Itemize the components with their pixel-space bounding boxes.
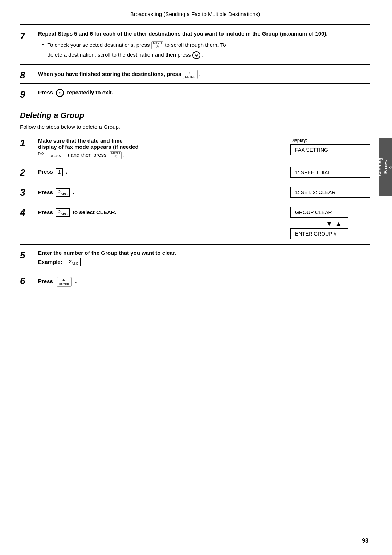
del-step4-display-box2: ENTER GROUP # <box>290 228 348 239</box>
del-step4-arrows: ▼ ▲ <box>290 220 370 228</box>
del-step2-text2: . <box>66 168 67 175</box>
step7-text2: delete a destination, scroll to the dest… <box>48 51 226 59</box>
step8-bold: When you have finished storing the desti… <box>38 71 181 77</box>
del-step2-left: 2 Press 1 . <box>20 167 290 177</box>
fax-label: FAX <box>38 152 44 155</box>
side-tab: SendingFaxes3. <box>379 138 392 196</box>
del-step1-display-label: Display: <box>290 138 370 143</box>
del-step6-number: 6 <box>20 276 34 286</box>
step8-number: 8 <box>20 70 34 80</box>
del-step5-bold: Enter the number of the Group that you w… <box>38 250 370 256</box>
step8-bold2: . <box>199 71 201 77</box>
del-step5-example-label: Example: <box>38 259 62 265</box>
side-tab-text: SendingFaxes3. <box>377 158 392 176</box>
menu-key-icon: MENU ⊙ <box>151 41 164 49</box>
menu-icon-2: MENU ⊙ <box>110 151 122 159</box>
step7-bullet-text: To check your selected destinations, pre… <box>48 41 226 59</box>
del-step4-text1: Press <box>38 209 53 215</box>
section-intro: Follow the steps below to delete a Group… <box>20 124 370 130</box>
del-step4-text2: to select CLEAR. <box>73 209 117 215</box>
bullet-dot: • <box>42 41 44 48</box>
del-step5-example: Example: 2ABC <box>38 258 370 266</box>
up-arrow: ▲ <box>335 220 342 228</box>
del-step2-section: 2 Press 1 . 1: SPEED DIAL <box>20 163 370 183</box>
del-step3-right: 1: SET, 2: CLEAR <box>290 187 370 199</box>
step9-bold2: repeatedly to exit. <box>67 89 113 95</box>
del-step1-text3: FAX press ) and then press MENU ⊙ . <box>38 151 139 159</box>
step7-content: Repeat Steps 5 and 6 for each of the oth… <box>38 30 370 59</box>
step7-bullet: • To check your selected destinations, p… <box>42 41 370 59</box>
step9-bold1: Press <box>38 89 53 95</box>
del-step1-content: Make sure that the date and time display… <box>38 138 139 159</box>
del-step3-section: 3 Press 2ABC . 1: SET, 2: CLEAR <box>20 183 370 203</box>
step7-bold: Repeat Steps 5 and 6 for each of the oth… <box>38 30 370 37</box>
del-step2-text1: Press <box>38 168 53 175</box>
del-step1-left: 1 Make sure that the date and time displ… <box>20 138 290 159</box>
del-step2-content: Press 1 . <box>38 168 68 176</box>
step8-content: When you have finished storing the desti… <box>38 70 370 79</box>
del-step4-right: GROUP CLEAR ▼ ▲ ENTER GROUP # <box>290 207 370 241</box>
step9-section: 9 Press ⊘ repeatedly to exit. <box>20 84 370 103</box>
step7-number: 7 <box>20 31 34 41</box>
del-step5-number: 5 <box>20 250 34 260</box>
enter-key-icon: ↵ ENTER <box>183 70 197 79</box>
step7-section: 7 Repeat Steps 5 and 6 for each of the o… <box>20 25 370 65</box>
del-step2-key: 1 <box>56 168 63 176</box>
stop-icon: ⊘ <box>192 51 200 59</box>
main-content: Broadcasting (Sending a Fax to Multiple … <box>20 0 370 290</box>
section-heading: Deleting a Group <box>20 111 370 120</box>
step7-text1: To check your selected destinations, pre… <box>48 42 226 48</box>
step9-number: 9 <box>20 90 34 99</box>
del-step4-section: 4 Press 2ABC to select CLEAR. GROUP CLEA… <box>20 203 370 245</box>
del-step1-bold2: display of fax mode appears (if needed <box>38 144 139 150</box>
del-step1-section: 1 Make sure that the date and time displ… <box>20 134 370 163</box>
del-step1-right: Display: FAX SETTING <box>290 138 370 157</box>
stop-icon-2: ⊘ <box>56 89 64 97</box>
del-step4-display-group: GROUP CLEAR ▼ ▲ ENTER GROUP # <box>290 207 370 241</box>
del-step3-number: 3 <box>20 188 34 197</box>
del-step4-left: 4 Press 2ABC to select CLEAR. <box>20 207 290 217</box>
del-step1-bold1: Make sure that the date and time <box>38 138 139 144</box>
del-step6-section: 6 Press ↵ ENTER . <box>20 270 370 290</box>
del-step2-number: 2 <box>20 168 34 177</box>
del-step4-key: 2ABC <box>56 208 70 217</box>
fax-key: press <box>46 152 64 159</box>
del-step5-content: Enter the number of the Group that you w… <box>38 250 370 266</box>
page-container: SendingFaxes3. Broadcasting (Sending a F… <box>0 0 392 555</box>
del-step2-display-box: 1: SPEED DIAL <box>290 167 370 178</box>
del-step4-display-box1: GROUP CLEAR <box>290 207 348 218</box>
page-header: Broadcasting (Sending a Fax to Multiple … <box>20 11 370 17</box>
step9-content: Press ⊘ repeatedly to exit. <box>38 89 370 97</box>
down-arrow: ▼ <box>326 220 332 228</box>
del-step4-content: Press 2ABC to select CLEAR. <box>38 208 117 217</box>
del-step6-text1: Press <box>38 278 53 285</box>
del-step3-left: 3 Press 2ABC . <box>20 187 290 197</box>
del-step2-right: 1: SPEED DIAL <box>290 167 370 179</box>
enter-key-icon-2: ↵ ENTER <box>57 277 72 286</box>
del-step1-display-box: FAX SETTING <box>290 144 370 155</box>
del-step1-number: 1 <box>20 138 34 148</box>
step8-section: 8 When you have finished storing the des… <box>20 65 370 84</box>
del-step3-text2: . <box>73 189 74 195</box>
page-number: 93 <box>362 538 368 544</box>
del-step6-content: Press ↵ ENTER . <box>38 277 77 286</box>
del-step4-number: 4 <box>20 208 34 217</box>
del-step3-text1: Press <box>38 189 53 195</box>
del-step5-example-key: 2ABC <box>67 258 81 266</box>
del-step3-key: 2ABC <box>56 188 70 197</box>
del-step3-display-box: 1: SET, 2: CLEAR <box>290 187 370 198</box>
header-title: Broadcasting (Sending a Fax to Multiple … <box>130 11 260 17</box>
del-step3-content: Press 2ABC . <box>38 188 74 197</box>
del-step5-section: 5 Enter the number of the Group that you… <box>20 245 370 270</box>
del-step6-text2: . <box>75 278 77 285</box>
